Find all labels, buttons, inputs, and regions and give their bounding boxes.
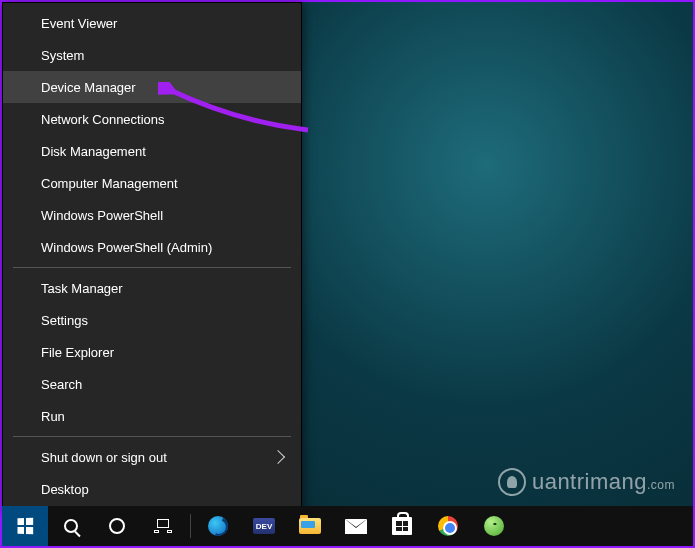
menu-label: Shut down or sign out <box>41 450 167 465</box>
taskbar-separator <box>190 514 191 538</box>
winx-menu: Event Viewer System Device Manager Netwo… <box>2 2 302 510</box>
menu-label: Windows PowerShell (Admin) <box>41 240 212 255</box>
menu-label: Windows PowerShell <box>41 208 163 223</box>
menu-item-disk-management[interactable]: Disk Management <box>3 135 301 167</box>
menu-item-powershell-admin[interactable]: Windows PowerShell (Admin) <box>3 231 301 263</box>
menu-item-powershell[interactable]: Windows PowerShell <box>3 199 301 231</box>
menu-label: Computer Management <box>41 176 178 191</box>
menu-label: Search <box>41 377 82 392</box>
taskbar-app-chrome[interactable] <box>425 506 471 546</box>
menu-item-task-manager[interactable]: Task Manager <box>3 272 301 304</box>
taskview-icon <box>154 519 172 533</box>
taskbar-app-dev[interactable]: DEV <box>241 506 287 546</box>
menu-item-search[interactable]: Search <box>3 368 301 400</box>
menu-label: Event Viewer <box>41 16 117 31</box>
windows-logo-icon <box>17 518 33 535</box>
menu-item-run[interactable]: Run <box>3 400 301 432</box>
start-button[interactable] <box>2 506 48 546</box>
watermark: uantrimang.com <box>498 468 675 496</box>
cortana-icon <box>109 518 125 534</box>
menu-item-event-viewer[interactable]: Event Viewer <box>3 7 301 39</box>
lightbulb-icon <box>498 468 526 496</box>
chevron-right-icon <box>271 450 285 464</box>
menu-item-settings[interactable]: Settings <box>3 304 301 336</box>
menu-item-device-manager[interactable]: Device Manager <box>3 71 301 103</box>
menu-item-network-connections[interactable]: Network Connections <box>3 103 301 135</box>
taskbar: DEV <box>2 506 693 546</box>
menu-separator <box>13 267 291 268</box>
store-icon <box>392 517 412 535</box>
menu-item-computer-management[interactable]: Computer Management <box>3 167 301 199</box>
menu-label: Settings <box>41 313 88 328</box>
menu-label: System <box>41 48 84 63</box>
dev-icon: DEV <box>253 518 275 534</box>
taskbar-app-mail[interactable] <box>333 506 379 546</box>
desktop-screen: Event Viewer System Device Manager Netwo… <box>0 0 695 548</box>
menu-item-shutdown[interactable]: Shut down or sign out <box>3 441 301 473</box>
folder-icon <box>299 518 321 534</box>
taskbar-taskview-button[interactable] <box>140 506 186 546</box>
taskbar-app-edge[interactable] <box>195 506 241 546</box>
taskbar-app-explorer[interactable] <box>287 506 333 546</box>
taskbar-search-button[interactable] <box>48 506 94 546</box>
menu-label: Network Connections <box>41 112 165 127</box>
watermark-text: uantrimang.com <box>532 469 675 495</box>
menu-label: File Explorer <box>41 345 114 360</box>
menu-label: Desktop <box>41 482 89 497</box>
menu-item-desktop[interactable]: Desktop <box>3 473 301 505</box>
menu-item-system[interactable]: System <box>3 39 301 71</box>
menu-label: Task Manager <box>41 281 123 296</box>
menu-label: Run <box>41 409 65 424</box>
mail-icon <box>345 519 367 534</box>
menu-separator <box>13 436 291 437</box>
taskbar-cortana-button[interactable] <box>94 506 140 546</box>
chrome-icon <box>438 516 458 536</box>
taskbar-app-green[interactable] <box>471 506 517 546</box>
app-icon <box>484 516 504 536</box>
search-icon <box>64 519 78 533</box>
menu-label: Disk Management <box>41 144 146 159</box>
taskbar-app-store[interactable] <box>379 506 425 546</box>
menu-item-file-explorer[interactable]: File Explorer <box>3 336 301 368</box>
edge-icon <box>208 516 228 536</box>
menu-label: Device Manager <box>41 80 136 95</box>
